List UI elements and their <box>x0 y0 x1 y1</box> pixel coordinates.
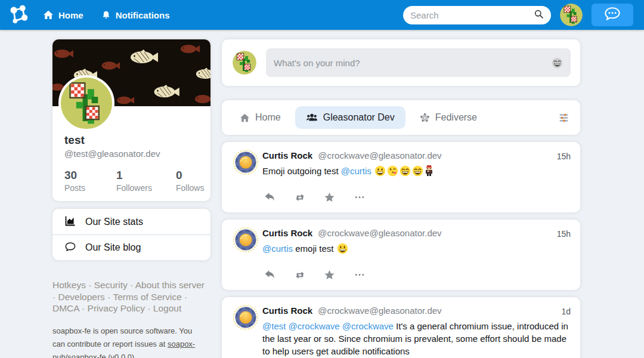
column-settings-icon[interactable] <box>558 113 569 123</box>
footer-link-logout[interactable]: Logout <box>153 303 181 313</box>
stat-followers[interactable]: 1 Followers <box>116 169 176 193</box>
home-icon <box>240 113 250 122</box>
stat-follows-value: 0 <box>176 169 204 182</box>
search-input[interactable] <box>410 10 534 20</box>
site-blog-link[interactable]: Our Site blog <box>52 234 210 260</box>
reply-icon[interactable] <box>264 269 276 280</box>
stat-follows-label: Follows <box>176 183 204 193</box>
compose-field <box>266 48 571 77</box>
site-stats-link[interactable]: Our Site stats <box>52 209 210 234</box>
post-header: Curtis Rock @crockwave@gleasonator.dev <box>262 305 571 316</box>
nav-notifications[interactable]: Notifications <box>101 10 170 20</box>
nav-notifications-label: Notifications <box>116 10 170 20</box>
chats-button[interactable] <box>592 4 633 26</box>
search-box <box>403 6 551 24</box>
home-icon <box>43 10 54 20</box>
more-options-icon[interactable] <box>353 269 366 280</box>
mention-link[interactable]: @curtis <box>262 243 293 254</box>
post-timestamp[interactable]: 15h <box>557 152 571 161</box>
post-author-name[interactable]: Curtis Rock <box>262 150 312 161</box>
tab-gleasonator-dev-label: Gleasonator Dev <box>323 112 395 123</box>
mention-link[interactable]: @crockwave <box>289 321 340 331</box>
post-header: Curtis Rock @crockwave@gleasonator.dev <box>262 228 571 238</box>
post-actions <box>264 269 571 280</box>
footer-link-terms-of-service[interactable]: Terms of Service <box>113 292 181 302</box>
reply-icon[interactable] <box>264 192 276 203</box>
stat-posts[interactable]: 30 Posts <box>64 169 116 193</box>
tab-gleasonator-dev[interactable]: Gleasonator Dev <box>295 106 405 129</box>
post-timestamp[interactable]: 1d <box>561 307 571 316</box>
post-content: Emoji outgoing test @curtis <box>262 165 571 180</box>
site-blog-label: Our Site blog <box>85 242 141 253</box>
nav-home-label: Home <box>58 10 83 20</box>
emoji-picker-icon[interactable] <box>552 57 563 69</box>
footer-note-version: (v0.0.0). <box>106 353 137 358</box>
post-timestamp[interactable]: 15h <box>557 229 571 239</box>
footer-link-about-this-server[interactable]: About this server <box>135 280 205 290</box>
sidebar: test @test@gleasonator.dev 30 Posts 1 Fo… <box>52 39 210 358</box>
emoji-grinning <box>337 243 348 257</box>
timeline: Curtis Rock @crockwave@gleasonator.dev 1… <box>222 142 580 358</box>
emoji-beaming <box>400 165 411 180</box>
bell-icon <box>101 10 111 20</box>
emoji-pixel-character <box>425 165 434 180</box>
soapbox-logo-icon[interactable] <box>6 2 31 27</box>
stat-follows[interactable]: 0 Follows <box>176 169 204 193</box>
repost-icon[interactable] <box>293 192 306 203</box>
post: Curtis Rock @crockwave@gleasonator.dev 1… <box>222 142 580 212</box>
profile-card: test @test@gleasonator.dev 30 Posts 1 Fo… <box>52 39 210 201</box>
footer-link-privacy-policy[interactable]: Privacy Policy <box>88 303 145 313</box>
speech-bubble-icon <box>64 241 76 255</box>
footer-link-developers[interactable]: Developers <box>58 292 104 302</box>
compose-avatar[interactable] <box>233 51 256 75</box>
favourite-star-icon[interactable] <box>323 269 336 280</box>
footer-link-hotkeys[interactable]: Hotkeys <box>52 280 86 290</box>
chat-bubble-icon <box>603 6 622 24</box>
tab-home-label: Home <box>255 112 281 123</box>
fediverse-icon <box>420 113 430 123</box>
tab-home[interactable]: Home <box>233 106 288 129</box>
emoji-grinning <box>374 165 386 180</box>
emoji-beaming <box>412 165 423 180</box>
repost-icon[interactable] <box>293 269 306 280</box>
account-avatar[interactable] <box>560 4 583 26</box>
post-author-avatar[interactable] <box>233 149 259 175</box>
mention-link[interactable]: @crockwave <box>342 321 394 331</box>
post-author-handle: @crockwave@gleasonator.dev <box>318 305 441 316</box>
post-author-avatar[interactable] <box>233 227 259 253</box>
post-content: @test @crockwave @crockwave It's a gener… <box>262 320 571 357</box>
compose-card <box>222 39 580 86</box>
footer-links: Hotkeys · Security · About this server ·… <box>52 279 209 314</box>
emoji-kissing-heart <box>387 165 398 180</box>
profile-handle: @test@gleasonator.dev <box>52 147 210 159</box>
post-author-name[interactable]: Curtis Rock <box>262 305 312 316</box>
top-navbar: Home Notifications <box>0 0 644 30</box>
mention-link[interactable]: @test <box>262 321 286 331</box>
main-column: Home Gleasonator Dev <box>222 39 580 358</box>
users-icon <box>306 113 318 122</box>
footer-link-security[interactable]: Security <box>94 280 128 290</box>
stat-posts-label: Posts <box>64 183 116 193</box>
post-author-name[interactable]: Curtis Rock <box>262 228 312 238</box>
site-links-card: Our Site stats Our Site blog <box>52 209 210 260</box>
post-content: @curtis emoji test <box>262 242 571 257</box>
more-options-icon[interactable] <box>353 192 366 203</box>
profile-avatar[interactable] <box>58 75 114 131</box>
nav-home[interactable]: Home <box>43 10 83 20</box>
profile-stats: 30 Posts 1 Followers 0 Follows <box>52 159 210 201</box>
favourite-star-icon[interactable] <box>323 192 336 203</box>
post-author-avatar[interactable] <box>233 304 259 331</box>
post-author-handle: @crockwave@gleasonator.dev <box>318 150 441 161</box>
stat-followers-value: 1 <box>116 169 176 182</box>
area-chart-icon <box>64 215 76 229</box>
tab-fediverse[interactable]: Fediverse <box>413 106 484 129</box>
search-icon[interactable] <box>534 9 544 21</box>
compose-input[interactable] <box>274 58 547 68</box>
footer-note: soapbox-fe is open source software. You … <box>52 325 203 358</box>
footer-link-dmca[interactable]: DMCA <box>52 303 79 313</box>
page-content: test @test@gleasonator.dev 30 Posts 1 Fo… <box>0 30 644 358</box>
post: Curtis Rock @crockwave@gleasonator.dev 1… <box>222 220 580 290</box>
site-stats-label: Our Site stats <box>85 217 143 227</box>
post-actions <box>264 192 571 203</box>
mention-link[interactable]: @curtis <box>341 166 371 176</box>
